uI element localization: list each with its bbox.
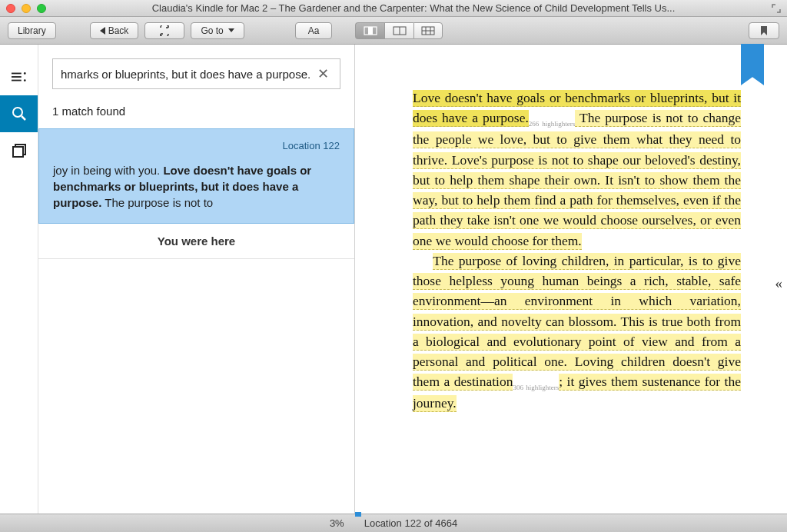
back-label: Back <box>108 25 129 36</box>
bookmark-button[interactable] <box>749 22 779 39</box>
toolbar: Library Back Go to Aa <box>0 17 787 45</box>
reader-pane: Love doesn't have goals or benchmarks or… <box>355 45 787 514</box>
fullscreen-icon[interactable] <box>772 4 781 13</box>
single-column-icon <box>364 26 377 35</box>
main-area: ✕ 1 match found Location 122 joy in bein… <box>0 45 787 514</box>
svg-point-11 <box>23 72 25 75</box>
search-input[interactable] <box>61 68 314 81</box>
highlight-count-1: 266 highlighters <box>529 120 575 128</box>
highlight-span-1: The purpose is not to change the people … <box>413 110 741 249</box>
status-bar: 3% Location 122 of 4664 <box>0 514 787 532</box>
library-button[interactable]: Library <box>8 22 56 39</box>
toc-icon <box>12 71 27 82</box>
zoom-window-button[interactable] <box>37 4 46 13</box>
toc-tab[interactable] <box>0 58 38 95</box>
scroll-view-icon <box>421 26 435 35</box>
titlebar: Claudia's Kindle for Mac 2 – The Gardene… <box>0 0 787 17</box>
notebook-tab[interactable] <box>0 132 38 169</box>
search-box: ✕ <box>52 58 340 89</box>
you-were-here-marker: You were here <box>38 224 354 259</box>
svg-point-12 <box>23 79 25 81</box>
traffic-lights <box>6 4 46 13</box>
reading-percent: 3% <box>330 517 344 529</box>
svg-point-13 <box>13 108 22 117</box>
match-count: 1 match found <box>38 98 354 128</box>
back-button[interactable]: Back <box>90 22 139 39</box>
svg-line-14 <box>22 116 25 120</box>
close-window-button[interactable] <box>6 4 15 13</box>
bookmark-ribbon[interactable] <box>741 44 764 85</box>
highlight-span-2a: The purpose of loving children, in parti… <box>413 253 741 391</box>
search-icon <box>12 106 27 121</box>
goto-button[interactable]: Go to <box>191 22 244 39</box>
reading-location: Location 122 of 4664 <box>364 517 457 529</box>
sync-button[interactable] <box>144 22 184 39</box>
page-content: Love doesn't have goals or benchmarks or… <box>413 88 741 414</box>
search-result[interactable]: Location 122 joy in being with you. Love… <box>38 128 354 224</box>
left-rail <box>0 45 38 514</box>
prev-page-button[interactable]: « <box>775 275 783 292</box>
two-column-button[interactable] <box>384 22 413 39</box>
font-button[interactable]: Aa <box>295 22 333 39</box>
highlight-count-2: 306 highlighters <box>513 384 559 391</box>
minimize-window-button[interactable] <box>22 4 31 13</box>
scroll-view-button[interactable] <box>413 22 443 39</box>
result-snippet: joy in being with you. Love doesn't have… <box>53 162 340 211</box>
svg-rect-1 <box>368 27 373 35</box>
result-location: Location 122 <box>53 137 340 162</box>
search-tab[interactable] <box>0 95 38 132</box>
back-icon <box>100 27 105 35</box>
clear-search-button[interactable]: ✕ <box>314 65 332 82</box>
view-mode-group <box>355 22 443 39</box>
chevron-down-icon <box>228 28 234 32</box>
goto-label: Go to <box>201 25 223 36</box>
font-label: Aa <box>308 25 320 36</box>
search-panel: ✕ 1 match found Location 122 joy in bein… <box>38 45 355 514</box>
two-column-icon <box>393 26 407 35</box>
single-column-button[interactable] <box>355 22 384 39</box>
library-label: Library <box>18 25 46 36</box>
bookmark-icon <box>759 25 769 36</box>
sync-icon <box>158 25 171 36</box>
notebook-icon <box>12 144 26 158</box>
svg-rect-16 <box>13 147 23 157</box>
window-title: Claudia's Kindle for Mac 2 – The Gardene… <box>55 2 772 14</box>
progress-indicator[interactable] <box>355 512 361 517</box>
